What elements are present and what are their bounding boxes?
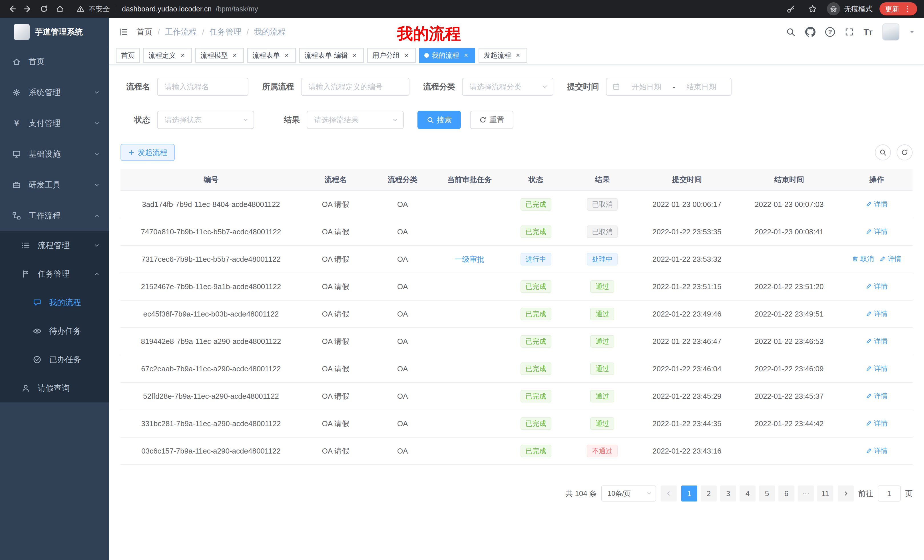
- current-task-link[interactable]: 一级审批: [454, 254, 484, 264]
- close-icon[interactable]: ×: [403, 51, 411, 59]
- refresh-icon: [479, 116, 486, 124]
- site-warning-icon[interactable]: [76, 5, 84, 13]
- caret-down-icon[interactable]: [909, 29, 915, 35]
- sidebar-item-done-tasks[interactable]: 已办任务: [0, 345, 109, 374]
- tab-process-definition[interactable]: 流程定义×: [143, 48, 192, 63]
- reload-button[interactable]: [36, 1, 51, 16]
- reset-button-label: 重置: [489, 115, 504, 125]
- cancel-link[interactable]: 取消: [852, 254, 874, 264]
- sidebar-item-leave-query[interactable]: 请假查询: [0, 374, 109, 403]
- create-process-button[interactable]: 发起流程: [120, 144, 175, 161]
- tab-my-process[interactable]: 我的流程×: [419, 48, 475, 63]
- tab-home[interactable]: 首页: [116, 48, 140, 63]
- process-name-input[interactable]: [157, 78, 248, 96]
- browser-menu-icon[interactable]: ⋮: [903, 5, 911, 13]
- next-page-button[interactable]: [838, 485, 854, 502]
- close-icon[interactable]: ×: [231, 51, 239, 59]
- update-button[interactable]: 更新 ⋮: [879, 2, 917, 15]
- cell-status: 已完成: [504, 273, 568, 300]
- date-range-picker[interactable]: 开始日期 - 结束日期: [606, 78, 732, 96]
- detail-link[interactable]: 详情: [866, 419, 888, 428]
- back-button[interactable]: [4, 1, 20, 16]
- process-definition-input[interactable]: [301, 78, 410, 96]
- goto-page-input[interactable]: [878, 485, 901, 502]
- incognito-label: 无痕模式: [844, 4, 873, 14]
- result-select[interactable]: 请选择流结果: [307, 111, 404, 129]
- address-bar[interactable]: 不安全 dashboard.yudao.iocoder.cn/bpm/task/…: [76, 4, 782, 14]
- detail-link[interactable]: 详情: [866, 337, 888, 346]
- detail-link[interactable]: 详情: [866, 282, 888, 291]
- cell-end-time: 2022-01-23 00:08:41: [738, 218, 841, 246]
- total-count: 共 104 条: [566, 489, 597, 499]
- page-button[interactable]: 3: [720, 485, 736, 502]
- sidebar-item-workflow[interactable]: 工作流程: [0, 201, 109, 231]
- chevron-up-icon: [94, 271, 100, 277]
- sidebar-item-task-management[interactable]: 任务管理: [0, 260, 109, 288]
- detail-link[interactable]: 详情: [866, 364, 888, 373]
- cell-status: 已完成: [504, 191, 568, 218]
- content: 流程名 所属流程 流程分类 请选择流程分类: [109, 65, 924, 560]
- breadcrumb-item: 我的流程: [254, 27, 286, 37]
- sidebar-item-devtools[interactable]: 研发工具: [0, 169, 109, 201]
- bookmark-star-icon[interactable]: [805, 1, 820, 16]
- page-button[interactable]: 2: [701, 485, 717, 502]
- cell-submit-time: 2022-01-22 23:46:47: [636, 328, 738, 355]
- category-select[interactable]: 请选择流程分类: [462, 78, 554, 96]
- fullscreen-icon[interactable]: [844, 27, 854, 36]
- detail-link[interactable]: 详情: [879, 254, 901, 264]
- sidebar-item-my-process[interactable]: 我的流程: [0, 288, 109, 317]
- sidebar-item-todo-tasks[interactable]: 待办任务: [0, 317, 109, 345]
- avatar[interactable]: [882, 23, 900, 40]
- close-icon[interactable]: ×: [514, 51, 522, 59]
- font-size-icon[interactable]: TT: [864, 27, 873, 37]
- show-search-button[interactable]: [875, 144, 891, 160]
- refresh-table-button[interactable]: [897, 144, 913, 160]
- home-button[interactable]: [52, 1, 68, 16]
- page-button[interactable]: 4: [740, 485, 756, 502]
- help-icon[interactable]: ?: [825, 27, 835, 37]
- status-select[interactable]: 请选择状态: [157, 111, 254, 129]
- reset-button[interactable]: 重置: [470, 111, 513, 129]
- tab-start-process[interactable]: 发起流程×: [478, 48, 527, 63]
- end-date-placeholder[interactable]: 结束日期: [677, 82, 725, 92]
- start-date-placeholder[interactable]: 开始日期: [622, 82, 670, 92]
- sidebar-item-infrastructure[interactable]: 基础设施: [0, 139, 109, 169]
- sidebar-item-home[interactable]: 首页: [0, 46, 109, 77]
- url-path: /bpm/task/my: [216, 5, 258, 13]
- page-size-select[interactable]: 10条/页: [602, 485, 656, 502]
- page-button[interactable]: 6: [778, 485, 794, 502]
- forward-button[interactable]: [21, 1, 35, 16]
- close-icon[interactable]: ×: [283, 51, 291, 59]
- page-button[interactable]: 5: [759, 485, 775, 502]
- search-button[interactable]: 搜索: [417, 111, 461, 129]
- sidebar-item-payment[interactable]: ¥ 支付管理: [0, 108, 109, 139]
- sidebar-item-system[interactable]: 系统管理: [0, 77, 109, 108]
- more-pages-button[interactable]: ···: [798, 485, 814, 502]
- cell-category: OA: [370, 246, 435, 273]
- page-button[interactable]: 11: [817, 485, 833, 502]
- sidebar-item-label: 任务管理: [38, 269, 87, 279]
- breadcrumb-item[interactable]: 首页: [136, 27, 153, 37]
- tab-process-form-edit[interactable]: 流程表单-编辑×: [299, 48, 364, 63]
- page-button[interactable]: 1: [681, 485, 697, 502]
- close-icon[interactable]: ×: [351, 51, 358, 59]
- tab-user-group[interactable]: 用户分组×: [367, 48, 416, 63]
- detail-link[interactable]: 详情: [866, 199, 888, 209]
- tab-process-form[interactable]: 流程表单×: [247, 48, 296, 63]
- search-icon[interactable]: [786, 27, 795, 37]
- navbar: 首页 / 工作流程 / 任务管理 / 我的流程 ? TT: [109, 18, 924, 46]
- github-icon[interactable]: [805, 27, 816, 37]
- cell-end-time: 2022-01-22 23:51:20: [738, 273, 841, 300]
- close-icon[interactable]: ×: [462, 51, 470, 59]
- prev-page-button[interactable]: [661, 485, 677, 502]
- detail-link[interactable]: 详情: [866, 227, 888, 236]
- detail-link[interactable]: 详情: [866, 309, 888, 318]
- sidebar-item-process-management[interactable]: 流程管理: [0, 231, 109, 260]
- password-key-icon[interactable]: [783, 1, 798, 16]
- detail-link[interactable]: 详情: [866, 391, 888, 400]
- collapse-sidebar-icon[interactable]: [118, 27, 129, 37]
- close-icon[interactable]: ×: [179, 51, 187, 59]
- detail-link[interactable]: 详情: [866, 446, 888, 455]
- tab-process-model[interactable]: 流程模型×: [195, 48, 244, 63]
- cell-actions: 详情: [841, 437, 913, 465]
